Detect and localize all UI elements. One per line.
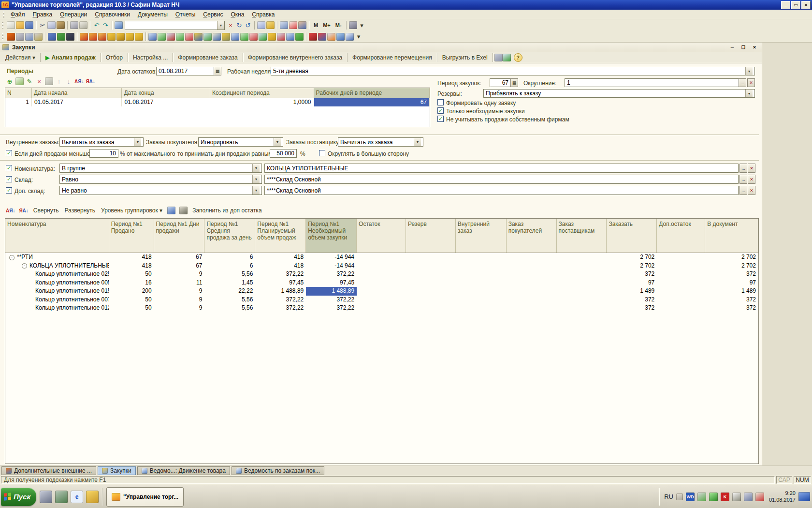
work-week-combobox[interactable]: 5-ти дневная▼	[271, 67, 755, 75]
copy-row-icon[interactable]	[15, 77, 24, 85]
tray-clock[interactable]: 9:20 01.08.2017	[767, 490, 796, 504]
menu-item-5[interactable]: Отчеты	[172, 10, 200, 19]
rounding-select-button[interactable]: ...	[739, 78, 746, 87]
doc-minus-icon[interactable]	[249, 33, 258, 41]
tray-update-icon[interactable]	[697, 493, 706, 501]
catalog-cabinet-icon[interactable]	[7, 33, 15, 41]
mdi-tab-3[interactable]: Ведомость по заказам пок...	[232, 466, 324, 475]
expand-link[interactable]: Развернуть	[63, 207, 96, 214]
child-restore-button[interactable]: ❐	[740, 44, 747, 51]
action-6[interactable]: Формирование перемещения	[349, 54, 435, 61]
money-in-icon[interactable]	[126, 33, 134, 41]
purchase-period-field[interactable]: 67	[490, 78, 511, 87]
toolbar2-overflow-icon[interactable]: ▾	[355, 33, 362, 41]
filter-clear-button[interactable]: ✕	[748, 164, 755, 173]
table-row[interactable]: Кольцо уплотнительное 012...5095,56372,2…	[5, 304, 758, 313]
filter-checkbox[interactable]: ✓	[6, 176, 12, 182]
report-sum-icon[interactable]	[309, 33, 317, 41]
sales-days-percent-field[interactable]: 10	[89, 149, 118, 158]
rounding-clear-button[interactable]: ✕	[747, 78, 755, 87]
money-flow-icon[interactable]	[194, 33, 203, 41]
table-column-header[interactable]: Номенклатура	[5, 219, 109, 253]
export-mxl-icon[interactable]	[494, 54, 503, 61]
report-cube-icon[interactable]	[336, 33, 345, 41]
cut-icon[interactable]: ✂	[39, 21, 46, 29]
menu-item-8[interactable]: Справка	[248, 10, 278, 19]
save-icon[interactable]	[25, 21, 33, 29]
memory-recall-button[interactable]: M	[312, 22, 320, 28]
print-preview-icon[interactable]	[79, 21, 87, 29]
quicklaunch-app-icon[interactable]	[40, 491, 52, 503]
table-column-header[interactable]: Доп.остаток	[657, 219, 705, 253]
documents-journal-icon[interactable]	[213, 33, 221, 41]
post-row-icon[interactable]	[45, 77, 53, 85]
taskbar-task-button[interactable]: "Управление торг...	[106, 487, 184, 507]
chevron-down-icon[interactable]: ▼	[252, 164, 260, 172]
table-row[interactable]: Кольцо уплотнительное 025...5095,56372,2…	[5, 270, 758, 279]
balance-date-field[interactable]: 01.08.2017	[156, 67, 214, 75]
table-column-header[interactable]: Заказ покупателей	[507, 219, 557, 253]
chevron-down-icon[interactable]: ▼	[252, 175, 260, 183]
tray-kaspersky-icon[interactable]: K	[721, 493, 729, 501]
table-column-header[interactable]: Заказ поставщикам	[557, 219, 607, 253]
help-icon[interactable]: ?	[514, 53, 522, 62]
quick-search-combobox[interactable]: ▼	[125, 21, 225, 30]
export-excel-icon[interactable]	[503, 54, 511, 61]
fiscal-printer-icon[interactable]	[16, 33, 24, 41]
menu-item-3[interactable]: Справочники	[91, 10, 134, 19]
child-minimize-button[interactable]: ─	[728, 44, 736, 51]
table-row[interactable]: -**РТИ418676418-14 9442 7022 702	[5, 253, 758, 262]
periods-table-row[interactable]: 101.05.201701.08.20171,000067	[5, 98, 430, 106]
table-column-header[interactable]: Остаток	[357, 219, 406, 253]
edit-row-icon[interactable]: ✎	[26, 77, 33, 85]
memory-add-button[interactable]: M+	[321, 22, 333, 28]
data-storage-icon[interactable]	[295, 33, 304, 41]
filter-checkbox[interactable]: ✓	[6, 165, 12, 171]
table-column-header[interactable]: Период №1 Средняя продажа за день	[204, 219, 255, 253]
filter-value-field[interactable]: КОЛЬЦА УПЛОТНИТЕЛЬНЫЕ	[264, 164, 739, 173]
find-icon[interactable]	[115, 21, 123, 29]
menu-item-6[interactable]: Сервис	[199, 10, 227, 19]
incoming-doc-icon[interactable]	[176, 33, 184, 41]
table-column-header[interactable]: Резерв	[406, 219, 456, 253]
table-column-header[interactable]: Внутренний заказ	[456, 219, 507, 253]
filter-clear-button[interactable]: ✕	[748, 186, 755, 195]
action-7[interactable]: Выгрузить в Exel	[439, 54, 491, 61]
show-desktop-icon[interactable]	[798, 492, 810, 501]
collapse-node-icon[interactable]: -	[9, 255, 14, 260]
table-column-header[interactable]: Период №1 Продано	[109, 219, 154, 253]
new-document-icon[interactable]	[7, 21, 15, 29]
order-setting-combobox[interactable]: Вычитать из заказа▼	[338, 137, 423, 147]
delete-row-icon[interactable]: ×	[35, 77, 43, 85]
option-checkbox-0[interactable]	[437, 99, 444, 105]
periods-column-header[interactable]: Дата конца	[122, 88, 210, 98]
sort-ascending-icon[interactable]: АЯ↓	[74, 79, 84, 84]
chevron-down-icon[interactable]: ▼	[745, 67, 753, 75]
mdi-tab-2[interactable]: Ведомо...: Движение товара	[137, 466, 230, 475]
doc-person-icon[interactable]	[286, 33, 294, 41]
round-up-checkbox[interactable]	[319, 150, 325, 156]
action-5[interactable]: Формирование внутреннего заказа	[245, 54, 346, 61]
action-2[interactable]: Отбор	[102, 54, 126, 61]
table-column-header[interactable]: Заказать	[607, 219, 657, 253]
filter-condition-combobox[interactable]: Равно▼	[59, 175, 262, 184]
filter-select-button[interactable]: ...	[740, 175, 747, 184]
doc-plus-icon[interactable]	[240, 33, 248, 41]
periods-table[interactable]: NДата началаДата концаКоэфициент периода…	[5, 88, 430, 127]
analysis-table[interactable]: НоменклатураПериод №1 ПроданоПериод №1 Д…	[5, 218, 759, 464]
info-icon[interactable]	[266, 21, 275, 29]
table-column-header[interactable]: Период №1 Планируемый объем продаж	[255, 219, 306, 253]
fill-from-extra-balance-link[interactable]: Заполнить из доп остатка	[191, 207, 262, 214]
action-1[interactable]: ▶Анализ продаж	[42, 54, 99, 61]
sort-descending-icon[interactable]: ЯА↓	[86, 79, 95, 84]
toolbar-overflow-icon[interactable]: ▾	[358, 21, 366, 29]
filter-checkbox[interactable]: ✓	[6, 187, 12, 194]
table-column-header[interactable]: Период №1 Дни продажи	[154, 219, 205, 253]
table-row[interactable]: Кольцо уплотнительное 007...5095,56372,2…	[5, 296, 758, 304]
outgoing-doc-icon[interactable]	[185, 33, 193, 41]
periods-column-header[interactable]: Дата начала	[32, 88, 122, 98]
sales-days-checkbox[interactable]: ✓	[6, 150, 12, 156]
menu-item-7[interactable]: Окна	[227, 10, 248, 19]
child-close-button[interactable]: ✕	[751, 44, 758, 51]
action-0[interactable]: Действия ▾	[2, 54, 39, 61]
